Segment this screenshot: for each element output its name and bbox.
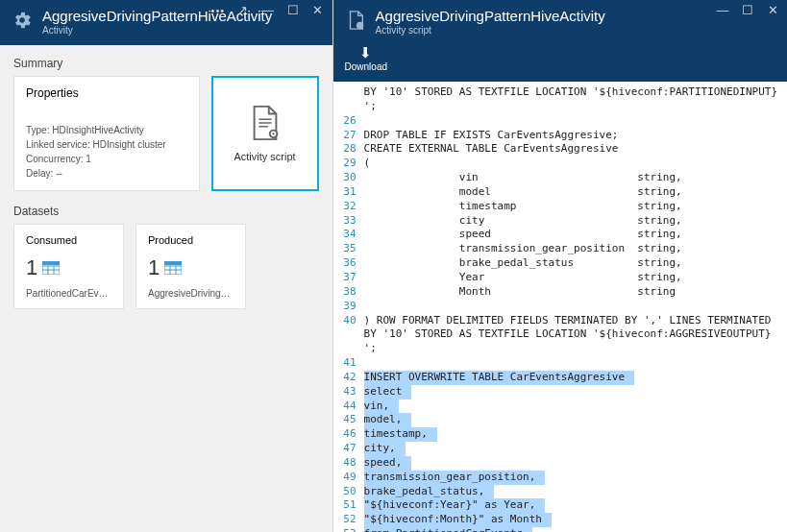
code-text: model string, [364,185,692,200]
line-number: 45 [333,413,364,427]
line-number: 33 [333,214,364,229]
code-line[interactable]: 48speed, [333,456,787,471]
code-text: Year string, [364,271,692,285]
activity-script-tile[interactable]: Activity script [211,76,319,191]
close-button[interactable]: ✕ [311,4,325,17]
line-number: 51 [333,498,364,513]
code-line[interactable]: 41 [333,356,787,371]
produced-name: AggresiveDrivingModelT... [148,288,234,299]
code-line[interactable]: 45model, [333,413,787,427]
code-text: '; [364,100,386,114]
code-text [364,114,374,129]
code-text: city, [364,442,406,456]
close-button[interactable]: ✕ [766,4,779,17]
code-line[interactable]: 52"${hiveconf:Month}" as Month [333,513,787,527]
line-number: 31 [333,185,364,200]
code-text: vin, [364,399,400,414]
consumed-count: 1 [26,255,37,280]
code-text: transmission_gear_position, [364,471,546,485]
line-number: 52 [333,513,364,527]
consumed-title: Consumed [26,234,111,246]
properties-card[interactable]: Properties Type: HDInsightHiveActivity L… [13,76,200,191]
code-line[interactable]: 43select [333,385,787,399]
svg-point-11 [356,22,362,29]
code-line[interactable]: 46timestamp, [333,427,787,442]
code-text: '; [364,342,386,356]
code-text: CREATE EXTERNAL TABLE CarEventsAggresive [364,142,628,157]
line-number [333,342,364,356]
code-line[interactable]: BY '10' STORED AS TEXTFILE LOCATION '${h… [333,327,787,342]
file-script-icon [345,10,366,31]
code-line[interactable]: 50brake_pedal_status, [333,485,787,499]
download-button[interactable]: ⬇ Download [345,45,387,72]
svg-point-0 [268,130,278,139]
line-number: 42 [333,371,364,385]
code-line[interactable]: '; [333,342,787,356]
code-line[interactable]: 37 Year string, [333,271,787,285]
code-line[interactable]: 49transmission_gear_position, [333,471,787,485]
code-text: timestamp, [364,427,437,442]
maximize-button[interactable]: ☐ [741,4,754,17]
code-line[interactable]: 36 brake_pedal_status string, [333,256,787,271]
code-line[interactable]: 28CREATE EXTERNAL TABLE CarEventsAggresi… [333,142,787,157]
code-line[interactable]: 34 speed string, [333,228,787,242]
pane-subtitle: Activity [42,25,321,36]
summary-label: Summary [13,57,319,70]
code-line[interactable]: 30 vin string, [333,171,787,185]
line-number: 46 [333,427,364,442]
right-titlebar: AggresiveDrivingPatternHiveActivity Acti… [333,0,787,41]
minimize-button[interactable]: — [261,4,275,17]
line-number: 30 [333,171,364,185]
line-number: 48 [333,456,364,471]
line-number: 32 [333,200,364,214]
code-line[interactable]: 32 timestamp string, [333,200,787,214]
code-line[interactable]: 33 city string, [333,214,787,229]
line-number: 27 [333,129,364,143]
code-line[interactable]: 44vin, [333,399,787,414]
properties-title: Properties [26,86,187,100]
svg-rect-6 [164,261,182,265]
minimize-button[interactable]: — [716,4,729,17]
code-text: BY '10' STORED AS TEXTFILE LOCATION '${h… [364,327,781,342]
produced-card[interactable]: Produced 1 AggresiveDrivingModelT... [135,224,246,309]
line-number: 28 [333,142,364,157]
code-line[interactable]: BY '10' STORED AS TEXTFILE LOCATION '${h… [333,85,787,100]
code-line[interactable]: 40) ROW FORMAT DELIMITED FIELDS TERMINAT… [333,314,787,328]
line-number [333,100,364,114]
code-line[interactable]: 51"${hiveconf:Year}" as Year, [333,498,787,513]
script-pane: AggresiveDrivingPatternHiveActivity Acti… [332,0,787,532]
code-text [364,300,374,314]
code-text: transmission_gear_position string, [364,242,692,256]
code-text: "${hiveconf:Year}" as Year, [364,498,546,513]
code-line[interactable]: 29( [333,157,787,171]
file-script-icon [250,105,281,141]
code-line[interactable]: '; [333,100,787,114]
code-line[interactable]: 39 [333,300,787,314]
external-icon[interactable]: ↗ [236,4,250,17]
consumed-name: PartitionedCarEventsTable [26,288,111,299]
produced-count: 1 [148,255,160,280]
maximize-button[interactable]: ☐ [286,4,300,17]
consumed-card[interactable]: Consumed 1 PartitionedCarEventsTable [13,224,124,309]
code-line[interactable]: 27DROP TABLE IF EXISTS CarEventsAggresiv… [333,129,787,143]
code-line[interactable]: 31 model string, [333,185,787,200]
pane-subtitle: Activity script [376,25,775,36]
line-number: 38 [333,285,364,300]
code-text: model, [364,413,412,427]
activity-pane: AggresiveDrivingPatternHiveActivity Acti… [0,0,332,532]
code-line[interactable]: 35 transmission_gear_position string, [333,242,787,256]
code-text: speed string, [364,228,692,242]
code-line[interactable]: 53from PartitionedCarEvents [333,527,787,532]
line-number: 26 [333,114,364,129]
code-line[interactable]: 38 Month string [333,285,787,300]
code-line[interactable]: 47city, [333,442,787,456]
code-text: from PartitionedCarEvents [364,527,533,532]
line-number: 37 [333,271,364,285]
code-text: select [364,385,412,399]
code-line[interactable]: 42INSERT OVERWRITE TABLE CarEventsAggres… [333,371,787,385]
table-icon [164,261,182,275]
more-button[interactable]: ••• [211,4,225,17]
code-editor[interactable]: BY '10' STORED AS TEXTFILE LOCATION '${h… [333,82,787,532]
code-line[interactable]: 26 [333,114,787,129]
line-number: 29 [333,157,364,171]
